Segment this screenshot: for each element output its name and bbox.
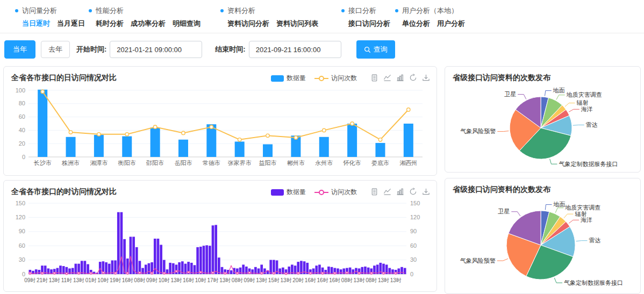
download-icon[interactable]	[422, 188, 430, 196]
svg-text:13时: 13时	[73, 277, 84, 283]
svg-text:150: 150	[410, 200, 420, 206]
svg-text:16时: 16时	[317, 277, 328, 283]
svg-text:海洋: 海洋	[581, 106, 593, 112]
svg-text:辐射: 辐射	[577, 99, 589, 106]
svg-text:09时: 09时	[244, 277, 255, 283]
svg-text:150: 150	[16, 200, 25, 206]
nav-item[interactable]: 耗时分析	[96, 19, 124, 28]
svg-text:90: 90	[19, 228, 25, 234]
refresh-icon[interactable]	[409, 74, 417, 82]
dashboard-content: 全省各市接口的日访问情况对比 数据量访问次数 020406080100长沙市株洲…	[0, 64, 644, 294]
nav-item[interactable]: 资料访问列表	[276, 19, 318, 28]
svg-text:01时: 01时	[85, 277, 97, 283]
bullet-icon	[15, 9, 18, 12]
svg-text:80: 80	[19, 100, 25, 106]
nav-group: 访问量分析当日逐时当月逐日	[15, 6, 89, 28]
svg-text:09时: 09时	[146, 277, 158, 283]
line-chart-icon[interactable]	[383, 74, 391, 82]
nav-item[interactable]: 资料访问分析	[227, 19, 269, 28]
legend-item[interactable]: 数据量	[271, 74, 306, 83]
legend-label: 访问次数	[331, 188, 357, 197]
pie-card-bottom: 省级接口访问资料的次数发布 地面地质灾害调查辐射海洋雷达气象定制数据服务接口气象…	[445, 178, 641, 294]
end-time-input[interactable]	[249, 41, 341, 58]
nav-group: 性能分析耗时分析成功率分析明细查询	[89, 6, 220, 28]
svg-text:08时: 08时	[232, 277, 243, 283]
svg-text:20: 20	[19, 140, 25, 147]
svg-text:20时: 20时	[292, 277, 304, 283]
svg-text:13时: 13时	[378, 277, 389, 283]
nav-item[interactable]: 明细查询	[173, 19, 201, 28]
svg-text:13时: 13时	[354, 277, 365, 283]
svg-text:10时: 10时	[195, 277, 206, 283]
svg-text:邵阳市: 邵阳市	[146, 160, 164, 166]
svg-text:衡阳市: 衡阳市	[118, 160, 136, 166]
svg-text:08时: 08时	[366, 277, 377, 283]
svg-text:永州市: 永州市	[315, 160, 333, 166]
line-chart-icon[interactable]	[383, 188, 391, 196]
svg-text:地面: 地面	[553, 87, 565, 94]
svg-text:13时: 13时	[256, 277, 267, 283]
bar-chart-icon[interactable]	[396, 188, 404, 196]
svg-text:常德市: 常德市	[203, 160, 220, 166]
legend-label: 数据量	[287, 74, 306, 83]
data-view-icon[interactable]	[370, 74, 378, 82]
data-view-icon[interactable]	[370, 188, 378, 196]
hourly-chart-title: 全省各市接口的时访问情况对比	[9, 186, 431, 199]
nav-group-title: 访问量分析	[15, 6, 89, 16]
svg-text:10时: 10时	[159, 277, 170, 283]
search-button[interactable]: 查询	[356, 40, 395, 59]
svg-text:09时: 09时	[24, 277, 35, 283]
svg-text:怀化市: 怀化市	[343, 160, 361, 166]
legend-item[interactable]: 数据量	[271, 188, 306, 197]
hourly-access-chart-card: 全省各市接口的时访问情况对比 数据量访问次数 00303060609090120…	[3, 180, 437, 292]
nav-group-title: 用户分析（本地）	[395, 6, 465, 16]
bullet-icon	[341, 9, 345, 12]
svg-text:16时: 16时	[305, 277, 316, 283]
bar-chart-icon[interactable]	[396, 74, 404, 82]
hourly-bar-line-chart: 0030306060909012012015015009时21时13时11时13…	[9, 199, 430, 289]
svg-text:0: 0	[410, 271, 413, 277]
chart-legend: 数据量访问次数	[271, 188, 357, 197]
chart-toolbox	[370, 188, 430, 196]
svg-text:100: 100	[16, 87, 25, 94]
svg-text:21时: 21时	[37, 277, 48, 283]
svg-text:13时: 13时	[170, 277, 182, 283]
nav-item[interactable]: 当月逐日	[57, 19, 85, 28]
nav-group-title: 资料分析	[220, 6, 341, 16]
start-time-input[interactable]	[110, 41, 202, 58]
nav-group-title: 接口分析	[341, 6, 395, 16]
this-year-button[interactable]: 当年	[4, 40, 35, 59]
svg-text:40: 40	[19, 127, 25, 133]
legend-label: 访问次数	[331, 74, 357, 83]
download-icon[interactable]	[422, 74, 430, 82]
pie-card-top: 省级接口访问资料的次数发布 地面地质灾害调查辐射海洋雷达气象定制数据服务接口气象…	[445, 66, 641, 173]
legend-line-swatch	[314, 189, 328, 196]
nav-item[interactable]: 成功率分析	[131, 19, 166, 28]
nav-group: 接口分析接口访问分析	[341, 6, 395, 28]
svg-text:90: 90	[410, 228, 417, 234]
svg-text:岳阳市: 岳阳市	[175, 160, 192, 166]
svg-text:30: 30	[410, 256, 417, 263]
svg-text:雷达: 雷达	[586, 121, 598, 128]
refresh-icon[interactable]	[409, 188, 417, 196]
svg-text:娄底市: 娄底市	[371, 160, 389, 166]
legend-bar-swatch	[271, 75, 284, 82]
svg-text:0: 0	[22, 154, 25, 160]
nav-item[interactable]: 用户分析	[437, 19, 465, 28]
svg-text:卫星: 卫星	[504, 91, 516, 97]
nav-item[interactable]: 接口访问分析	[348, 19, 390, 28]
svg-text:10时: 10时	[97, 277, 109, 283]
legend-item[interactable]: 访问次数	[314, 188, 357, 197]
svg-text:株洲市: 株洲市	[61, 160, 80, 166]
svg-text:气象风险预警: 气象风险预警	[460, 128, 496, 134]
bullet-icon	[395, 9, 398, 12]
svg-text:13时: 13时	[49, 277, 60, 283]
nav-item[interactable]: 单位分析	[402, 19, 430, 28]
nav-item[interactable]: 当日逐时	[22, 19, 50, 28]
pie-top-title: 省级接口访问资料的次数发布	[450, 72, 635, 85]
province-access-pie-chart: 地面地质灾害调查辐射海洋雷达气象定制数据服务接口气象风险预警卫星	[450, 85, 634, 170]
last-year-button[interactable]: 去年	[41, 41, 70, 58]
svg-text:湘潭市: 湘潭市	[90, 160, 108, 166]
legend-item[interactable]: 访问次数	[314, 74, 357, 83]
svg-text:60: 60	[410, 242, 417, 249]
